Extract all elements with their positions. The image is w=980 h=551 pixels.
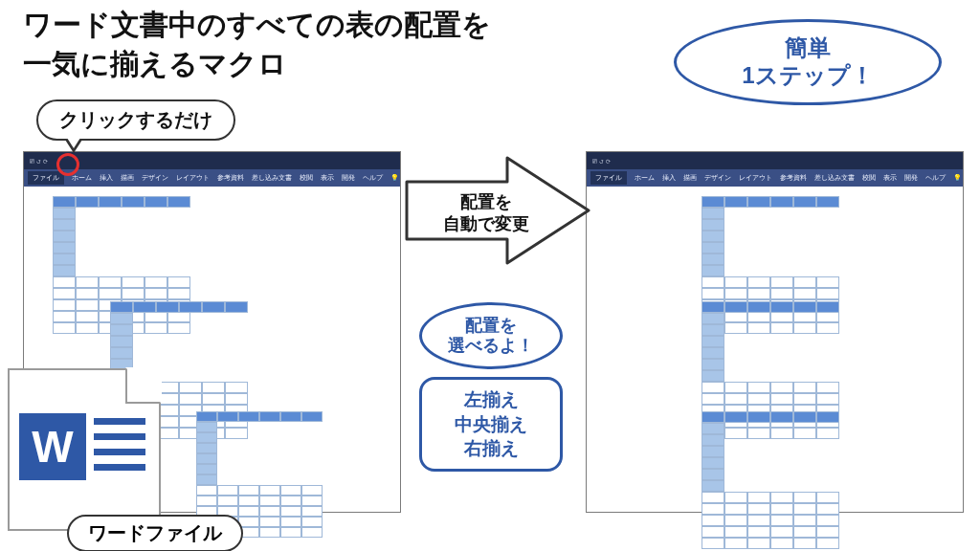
tab-dev[interactable]: 開発 xyxy=(904,173,918,183)
tab-draw[interactable]: 描画 xyxy=(121,173,134,183)
tab-dev[interactable]: 開発 xyxy=(342,173,355,183)
select-l1: 配置を xyxy=(465,316,517,336)
title-line1: ワード文書中のすべての表の配置を xyxy=(23,9,491,40)
tab-review[interactable]: 校閲 xyxy=(862,173,876,183)
tab-file[interactable]: ファイル xyxy=(590,171,627,185)
click-bubble-tail xyxy=(65,140,82,153)
arrow-label: 配置を 自動で変更 xyxy=(421,191,550,236)
tab-home[interactable]: ホーム xyxy=(635,173,655,183)
tab-help[interactable]: ヘルプ xyxy=(363,173,383,183)
easy-badge: 簡単 1ステップ！ xyxy=(674,19,942,105)
tab-ref[interactable]: 参考資料 xyxy=(780,173,807,183)
tab-mail[interactable]: 差し込み文書 xyxy=(252,173,292,183)
page-title: ワード文書中のすべての表の配置を 一気に揃えるマクロ xyxy=(23,6,491,83)
align-options-box: 左揃え 中央揃え 右揃え xyxy=(419,377,563,472)
tab-home[interactable]: ホーム xyxy=(72,173,92,183)
arrow-l1: 配置を xyxy=(460,192,512,211)
align-right: 右揃え xyxy=(464,436,519,461)
titlebar-icons: ⎚ ↺ ⟳ xyxy=(592,157,611,165)
doc-lines-icon xyxy=(94,418,145,471)
tell-me[interactable]: 💡 何をしますか xyxy=(390,173,400,183)
tab-draw[interactable]: 描画 xyxy=(683,173,697,183)
file-page-icon: W xyxy=(8,368,161,531)
titlebar: ⎚ ↺ ⟳ xyxy=(587,152,963,169)
ribbon: ファイル ホーム 挿入 描画 デザイン レイアウト 参考資料 差し込み文書 校閲… xyxy=(587,169,963,187)
tab-view[interactable]: 表示 xyxy=(321,173,334,183)
file-label: ワードファイル xyxy=(67,515,243,551)
easy-l1: 簡単 xyxy=(785,34,831,62)
file-fold-icon xyxy=(125,369,160,404)
title-line2: 一気に揃えるマクロ xyxy=(23,45,491,84)
arrow-l2: 自動で変更 xyxy=(443,214,529,233)
document-area xyxy=(587,187,963,512)
tab-insert[interactable]: 挿入 xyxy=(100,173,113,183)
highlight-circle-icon xyxy=(56,153,79,176)
align-center: 中央揃え xyxy=(455,412,527,437)
align-left: 左揃え xyxy=(464,387,519,412)
tell-me[interactable]: 💡 何をしますか xyxy=(953,173,963,183)
tab-layout[interactable]: レイアウト xyxy=(176,173,210,183)
tab-help[interactable]: ヘルプ xyxy=(925,173,946,183)
tab-ref[interactable]: 参考資料 xyxy=(217,173,244,183)
tab-insert[interactable]: 挿入 xyxy=(662,173,676,183)
titlebar-icons: ⎚ ↺ ⟳ xyxy=(30,157,48,165)
click-bubble: クリックするだけ xyxy=(36,99,235,141)
tab-review[interactable]: 校閲 xyxy=(300,173,313,183)
tab-design[interactable]: デザイン xyxy=(142,173,168,183)
tab-layout[interactable]: レイアウト xyxy=(739,173,772,183)
tab-file[interactable]: ファイル xyxy=(28,171,64,185)
tab-mail[interactable]: 差し込み文書 xyxy=(814,173,855,183)
word-window-after: ⎚ ↺ ⟳ ファイル ホーム 挿入 描画 デザイン レイアウト 参考資料 差し込… xyxy=(586,151,964,513)
select-l2: 選べるよ！ xyxy=(448,336,534,356)
word-w-badge: W xyxy=(19,413,86,480)
table-after-3 xyxy=(702,411,839,549)
tab-view[interactable]: 表示 xyxy=(883,173,897,183)
tab-design[interactable]: デザイン xyxy=(704,173,731,183)
easy-l2: 1ステップ！ xyxy=(742,62,873,90)
word-file-icon: W xyxy=(8,368,161,531)
ribbon: ファイル ホーム 挿入 描画 デザイン レイアウト 参考資料 差し込み文書 校閲… xyxy=(24,169,400,187)
select-bubble: 配置を 選べるよ！ xyxy=(419,302,563,369)
titlebar: ⎚ ↺ ⟳ xyxy=(24,152,400,169)
